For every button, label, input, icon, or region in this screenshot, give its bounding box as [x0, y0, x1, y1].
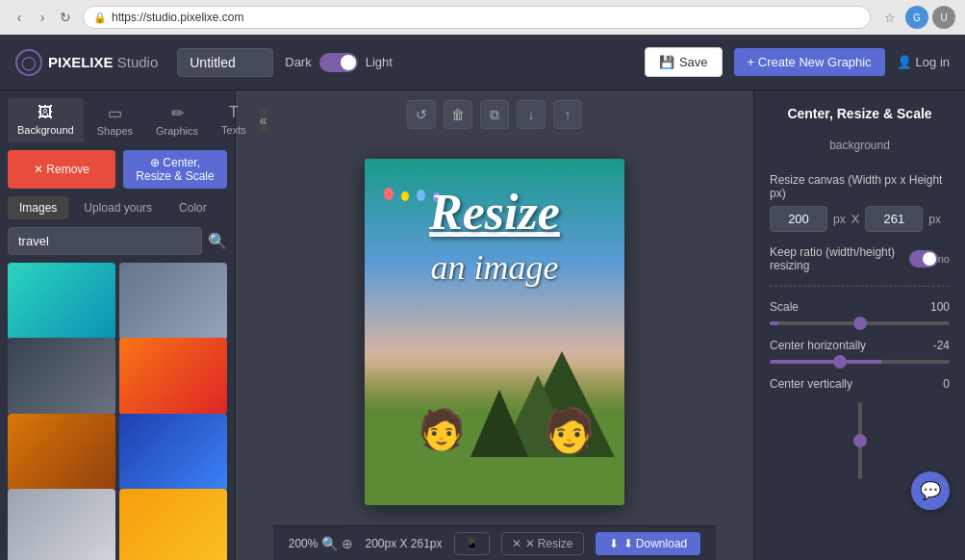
logo-icon: ◯	[15, 49, 42, 76]
center-v-label: Center vertically	[770, 377, 852, 391]
graphics-tab-icon: ✏	[171, 104, 184, 122]
x-separator: X	[851, 212, 860, 226]
canvas-toolbar: ↺ 🗑 ⧉ ↓ ↑	[397, 90, 592, 139]
login-icon: 👤	[897, 55, 912, 69]
center-h-value: -24	[933, 339, 950, 352]
remove-button[interactable]: ✕ Remove	[8, 150, 115, 189]
refresh-button[interactable]: ↻	[56, 8, 75, 27]
center-v-slider-track	[858, 402, 862, 479]
save-icon: 💾	[659, 55, 674, 69]
ratio-value: no	[938, 253, 950, 265]
browser-actions: ☆ G U	[878, 6, 955, 29]
list-item[interactable]	[8, 414, 115, 491]
address-bar[interactable]: 🔒 https://studio.pixelixe.com	[83, 6, 871, 29]
create-button[interactable]: + Create New Graphic	[734, 48, 885, 76]
image-grid	[0, 263, 235, 560]
canvas-title: Resize an image	[365, 188, 624, 288]
px-label-1: px	[833, 213, 846, 226]
resize-icon: ✕	[512, 537, 521, 550]
app: ◯ PIXELIXE Studio Dark Light 💾 Save + Cr…	[0, 35, 965, 560]
dark-light-toggle: Dark Light	[285, 53, 393, 72]
ratio-toggle[interactable]	[909, 250, 938, 267]
download-button[interactable]: ⬇ ⬇ Download	[596, 532, 701, 555]
color-tab[interactable]: Color	[167, 196, 218, 219]
zoom-out-button[interactable]: 🔍	[321, 536, 338, 551]
divider	[770, 286, 950, 287]
resize-canvas-label: Resize canvas (Width px x Height px)	[770, 173, 950, 200]
copy-button[interactable]: ⧉	[480, 100, 509, 129]
list-item[interactable]	[8, 263, 115, 340]
star-button[interactable]: ☆	[878, 6, 902, 29]
center-h-slider[interactable]	[770, 360, 950, 364]
move-up-button[interactable]: ↑	[553, 100, 582, 129]
chat-button[interactable]: 💬	[911, 471, 950, 510]
sidebar-tabs: 🖼 Background ▭ Shapes ✏ Graphics T Texts…	[0, 90, 235, 142]
height-input[interactable]	[865, 206, 923, 232]
list-item[interactable]	[119, 338, 227, 415]
list-item[interactable]	[119, 414, 227, 491]
chat-icon: 💬	[920, 480, 941, 501]
scale-label: Scale	[770, 300, 799, 314]
center-h-group: Center horizontally -24	[770, 339, 950, 364]
center-h-row: Center horizontally -24	[770, 339, 950, 352]
size-inputs: px X px	[770, 206, 950, 232]
list-item[interactable]	[119, 489, 227, 560]
center-resize-button[interactable]: ⊕ Center, Resize & Scale	[123, 150, 227, 189]
theme-toggle[interactable]	[319, 53, 358, 72]
scale-row: Scale 100	[770, 300, 950, 314]
shapes-tab-icon: ▭	[108, 104, 122, 122]
move-down-button[interactable]: ↓	[517, 100, 546, 129]
px-label-2: px	[928, 213, 941, 226]
browser-chrome: ‹ › ↻ 🔒 https://studio.pixelixe.com ☆ G …	[0, 0, 965, 35]
center-v-group: Center vertically 0	[770, 377, 950, 483]
login-button[interactable]: 👤 Log in	[897, 55, 950, 69]
search-bar: 🔍	[0, 227, 235, 263]
center-v-value: 0	[943, 377, 950, 391]
scale-slider[interactable]	[770, 321, 950, 325]
save-button[interactable]: 💾 Save	[645, 47, 723, 77]
dark-label: Dark	[285, 55, 311, 69]
resize-button[interactable]: ✕ ✕ Resize	[501, 532, 584, 555]
images-tab[interactable]: Images	[8, 196, 68, 219]
logo: ◯ PIXELIXE Studio	[15, 49, 158, 76]
forward-button[interactable]: ›	[33, 8, 52, 27]
sidebar-tab-graphics[interactable]: ✏ Graphics	[146, 98, 208, 142]
image-type-tabs: Images Upload yours Color	[0, 196, 235, 227]
center-v-slider-thumb[interactable]	[853, 434, 867, 447]
profile-avatar-2: U	[932, 6, 955, 29]
center-v-row: Center vertically 0	[770, 377, 950, 391]
canvas-frame[interactable]: Resize an image 🧑 🧑	[365, 159, 624, 505]
sidebar-tab-shapes[interactable]: ▭ Shapes	[88, 98, 142, 142]
ratio-label: Keep ratio (width/height) resizing	[770, 245, 909, 272]
canvas-wrapper: Resize an image 🧑 🧑	[365, 139, 624, 525]
sidebar-tab-background[interactable]: 🖼 Background	[8, 98, 84, 142]
panel-subtitle: background	[770, 139, 950, 152]
upload-tab[interactable]: Upload yours	[72, 196, 164, 219]
list-item[interactable]	[119, 263, 227, 340]
canvas-background: Resize an image 🧑 🧑	[365, 159, 624, 505]
sidebar-actions: ✕ Remove ⊕ Center, Resize & Scale	[0, 142, 235, 196]
center-h-label: Center horizontally	[770, 339, 866, 352]
width-input[interactable]	[770, 206, 827, 232]
responsive-view-button[interactable]: 📱	[454, 532, 490, 555]
zoom-controls: 200% 🔍 ⊕	[289, 536, 354, 551]
list-item[interactable]	[8, 338, 115, 415]
title-input[interactable]	[177, 48, 273, 77]
light-label: Light	[366, 55, 393, 69]
bottom-bar: 200% 🔍 ⊕ 200px X 261px 📱 ✕ ✕ Resize ⬇ ⬇ …	[273, 525, 716, 560]
url-text: https://studio.pixelixe.com	[112, 11, 243, 24]
zoom-in-button[interactable]: ⊕	[342, 536, 353, 551]
background-tab-icon: 🖼	[38, 104, 53, 121]
back-button[interactable]: ‹	[10, 8, 29, 27]
main-area: 🖼 Background ▭ Shapes ✏ Graphics T Texts…	[0, 90, 965, 560]
delete-button[interactable]: 🗑	[444, 100, 472, 129]
lock-icon: 🔒	[93, 12, 107, 24]
canvas-area: ↺ 🗑 ⧉ ↓ ↑	[236, 90, 753, 560]
list-item[interactable]	[8, 489, 115, 560]
center-v-slider-container	[770, 398, 950, 483]
zoom-level: 200%	[289, 537, 318, 550]
search-input[interactable]	[8, 227, 202, 255]
profile-avatar-1: G	[905, 6, 928, 29]
search-button[interactable]: 🔍	[208, 232, 227, 250]
undo-button[interactable]: ↺	[407, 100, 436, 129]
